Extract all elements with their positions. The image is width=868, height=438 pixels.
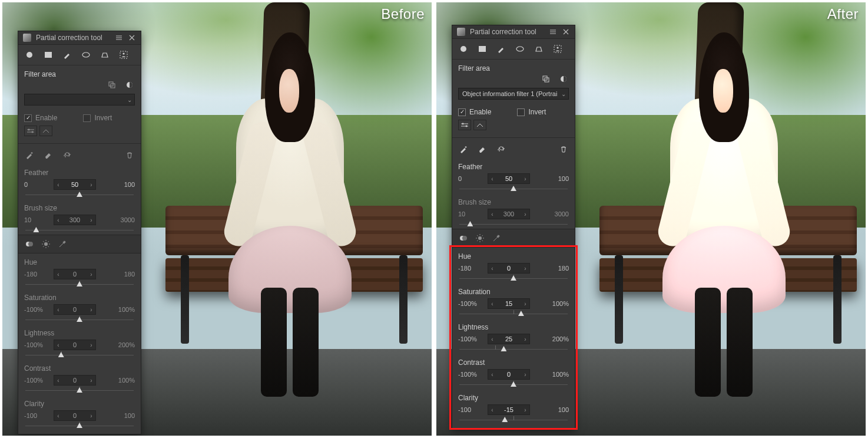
delete-mask-icon[interactable]	[558, 144, 569, 154]
contrast-spinner[interactable]: ‹0›	[54, 375, 96, 386]
select-subject-tool-icon[interactable]	[552, 44, 563, 54]
contrast-param: Contrast -100% ‹0› 100%	[452, 354, 575, 389]
invert-filter-button-icon[interactable]	[558, 74, 569, 84]
panel-header[interactable]: Partial correction tool	[452, 25, 575, 39]
invert-checkbox[interactable]	[83, 114, 91, 122]
adjust-mask-button[interactable]	[24, 126, 37, 136]
brush-increment[interactable]: ›	[87, 215, 95, 225]
panel-header[interactable]: Partial correction tool	[18, 31, 141, 45]
saturation-spinner[interactable]: ‹15›	[488, 298, 530, 309]
hue-spinner[interactable]: ‹0›	[54, 269, 96, 279]
invert-checkbox[interactable]	[517, 108, 525, 116]
brush-value[interactable]: 300	[62, 216, 87, 223]
copy-filter-button-icon[interactable]	[541, 74, 551, 84]
invert-filter-button-icon[interactable]	[124, 80, 135, 90]
brush-mask-tool-icon[interactable]	[496, 44, 506, 54]
add-brush-icon[interactable]	[458, 144, 469, 154]
refine-mask-button[interactable]	[473, 120, 486, 130]
ellipse-mask-tool-icon[interactable]	[81, 50, 91, 60]
brush-spinner[interactable]: ‹300›	[488, 209, 530, 219]
gradient-mask-tool-icon[interactable]	[43, 50, 54, 60]
refresh-mask-icon[interactable]	[62, 150, 72, 160]
filter-area-dropdown[interactable]: Object information filter 1 (Portrai ⌄	[458, 88, 569, 100]
lightness-param: Lightness -100% ‹25› 200%	[452, 318, 575, 354]
feather-value[interactable]: 50	[62, 181, 87, 188]
lightness-param: Lightness -100% ‹0› 200%	[18, 324, 141, 360]
svg-point-13	[460, 46, 466, 52]
color-adjust-tab-icon[interactable]	[458, 233, 469, 243]
refine-mask-button[interactable]	[39, 126, 52, 136]
before-pane: Before Partial correction tool Filter ar…	[2, 2, 432, 436]
brush-decrement[interactable]: ‹	[54, 215, 62, 225]
filter-area-value: Object information filter 1 (Portrai	[462, 90, 557, 97]
enable-checkbox[interactable]	[24, 114, 32, 122]
svg-point-17	[556, 47, 558, 48]
contrast-spinner[interactable]: ‹0›	[488, 369, 530, 380]
filter-area-dropdown[interactable]: ⌄	[24, 94, 135, 106]
enable-checkbox[interactable]	[458, 108, 466, 116]
clarity-param: Clarity -100 ‹-15› 100	[452, 389, 575, 424]
select-subject-tool-icon[interactable]	[118, 50, 129, 60]
enable-checkbox-group[interactable]: Enable	[24, 114, 57, 122]
effects-tab-icon[interactable]	[491, 233, 502, 243]
erase-brush-icon[interactable]	[43, 150, 54, 160]
contrast-slider[interactable]	[25, 387, 134, 394]
panel-color-swatch-icon	[23, 34, 31, 42]
saturation-slider[interactable]	[459, 310, 568, 317]
lightness-spinner[interactable]: ‹25›	[488, 334, 530, 344]
polygon-mask-tool-icon[interactable]	[100, 50, 110, 60]
polygon-mask-tool-icon[interactable]	[534, 44, 544, 54]
svg-point-21	[462, 123, 464, 125]
saturation-slider[interactable]	[25, 316, 134, 323]
gradient-mask-tool-icon[interactable]	[477, 44, 488, 54]
delete-mask-icon[interactable]	[124, 150, 135, 160]
feather-increment[interactable]: ›	[87, 180, 95, 189]
clarity-spinner[interactable]: ‹-15›	[488, 404, 530, 415]
copy-filter-button-icon[interactable]	[107, 80, 117, 90]
exposure-tab-icon[interactable]	[475, 233, 485, 243]
circle-mask-tool-icon[interactable]	[458, 44, 469, 54]
clarity-slider[interactable]	[459, 416, 568, 423]
ellipse-mask-tool-icon[interactable]	[515, 44, 525, 54]
panel-menu-button[interactable]	[549, 28, 557, 36]
feather-slider[interactable]	[459, 185, 568, 192]
saturation-param: Saturation -100% ‹0› 100%	[18, 289, 141, 324]
invert-checkbox-group[interactable]: Invert	[83, 114, 112, 122]
invert-checkbox-group[interactable]: Invert	[517, 108, 546, 116]
svg-point-25	[478, 236, 482, 240]
color-adjust-tab-icon[interactable]	[24, 239, 35, 249]
brush-slider[interactable]	[25, 226, 134, 233]
panel-close-button[interactable]	[128, 34, 136, 42]
clarity-spinner[interactable]: ‹0›	[54, 410, 96, 421]
lightness-slider[interactable]	[459, 345, 568, 353]
add-brush-icon[interactable]	[24, 150, 35, 160]
lightness-spinner[interactable]: ‹0›	[54, 340, 96, 350]
panel-close-button[interactable]	[562, 28, 570, 36]
hue-spinner[interactable]: ‹0›	[488, 263, 530, 274]
filter-area-label: Filter area	[452, 60, 575, 74]
circle-mask-tool-icon[interactable]	[24, 50, 35, 60]
clarity-slider[interactable]	[25, 422, 134, 429]
contrast-slider[interactable]	[459, 381, 568, 388]
enable-checkbox-group[interactable]: Enable	[458, 108, 491, 116]
hue-slider[interactable]	[25, 281, 134, 288]
brush-spinner[interactable]: ‹ 300 ›	[54, 215, 96, 225]
feather-spinner[interactable]: ‹ 50 ›	[54, 179, 96, 190]
effects-tab-icon[interactable]	[57, 239, 68, 249]
exposure-tab-icon[interactable]	[41, 239, 51, 249]
feather-param: Feather 0 ‹ 50 › 100	[18, 164, 141, 199]
feather-decrement[interactable]: ‹	[54, 180, 62, 189]
feather-slider[interactable]	[25, 191, 134, 198]
lightness-slider[interactable]	[25, 351, 134, 358]
hue-slider[interactable]	[459, 275, 568, 282]
panel-menu-button[interactable]	[115, 34, 123, 42]
feather-param: Feather 0 ‹50› 100	[452, 158, 575, 193]
adjust-mask-button[interactable]	[458, 120, 471, 130]
saturation-param: Saturation -100% ‹15› 100%	[452, 283, 575, 318]
brush-slider[interactable]	[459, 220, 568, 228]
refresh-mask-icon[interactable]	[496, 144, 506, 154]
saturation-spinner[interactable]: ‹0›	[54, 304, 96, 315]
feather-spinner[interactable]: ‹50›	[488, 173, 530, 184]
brush-mask-tool-icon[interactable]	[62, 50, 72, 60]
erase-brush-icon[interactable]	[477, 144, 488, 154]
